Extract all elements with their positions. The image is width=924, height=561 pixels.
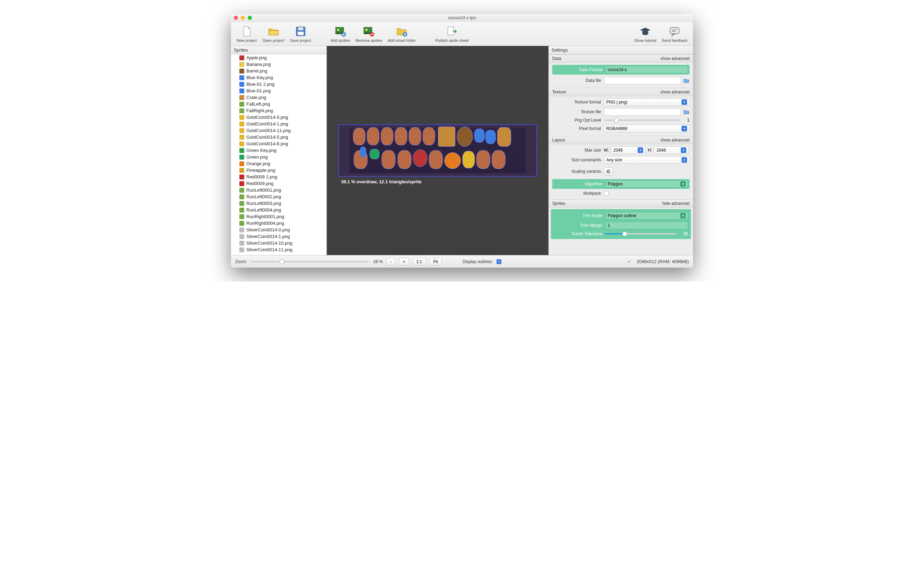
sprite-item-label: FallRight.png [246, 108, 273, 113]
sprite-list-item[interactable]: GoldCoin0014-1.png [231, 121, 327, 127]
sprite-list-item[interactable]: SilverCoin0014-10.png [231, 240, 327, 246]
sprite-list-item[interactable]: GoldCoin0014-11.png [231, 127, 327, 134]
sprite-thumb-icon [239, 208, 244, 213]
max-height-dropdown[interactable]: 2048 ▾ [654, 146, 689, 154]
multipack-checkbox[interactable] [604, 191, 609, 196]
graduation-cap-icon [639, 25, 651, 38]
sprite-list-item[interactable]: Red0009.png [231, 180, 327, 187]
sprite-list-item[interactable]: SilverCoin0014-11.png [231, 246, 327, 253]
sprite-item-label: Crate.png [246, 95, 266, 100]
layout-show-advanced-link[interactable]: show advanced [661, 138, 690, 142]
sprite-list-item[interactable]: Red0009 2.png [231, 174, 327, 180]
sprite-list-item[interactable]: RunRight0001.png [231, 213, 327, 220]
new-project-button[interactable]: New project [234, 24, 260, 44]
zoom-in-button[interactable]: + [399, 258, 409, 266]
scaling-variants-button[interactable] [604, 167, 613, 176]
sprite-list-item[interactable]: Orange.png [231, 160, 327, 167]
display-outlines-checkbox[interactable]: ✓ [496, 259, 501, 264]
sprite-list-item[interactable]: FallRight.png [231, 107, 327, 114]
sprite-item-label: Blue Key.png [246, 75, 273, 80]
data-file-browse-button[interactable] [683, 77, 690, 84]
sprite-list-item[interactable]: GoldCoin0014-6.png [231, 140, 327, 147]
sprites-hide-advanced-link[interactable]: hide advanced [662, 201, 690, 206]
sprite-item-label: RunLeft0002.png [246, 194, 281, 199]
texture-show-advanced-link[interactable]: show advanced [661, 90, 690, 94]
algorithm-dropdown[interactable]: Polygon ▾ [605, 180, 688, 188]
sprite-item-label: SilverCoin0014-1.png [246, 234, 290, 239]
sprite-list-item[interactable]: Apple.png [231, 54, 327, 61]
texture-file-input[interactable] [604, 108, 681, 116]
data-format-dropdown[interactable]: cocos2d-x [605, 66, 688, 74]
sprite-list-item[interactable]: Crate.png [231, 94, 327, 101]
sprite-list-item[interactable]: RunLeft0004.png [231, 207, 327, 213]
remove-sprites-button[interactable]: Remove sprites [352, 24, 385, 44]
sprite-item-label: Blue-01.png [246, 88, 271, 93]
sprite-list-item[interactable]: Pineapple.png [231, 167, 327, 174]
sprite-item-label: Pineapple.png [246, 168, 275, 173]
sprite-list-item[interactable]: FallLeft.png [231, 101, 327, 107]
sprite-thumb-icon [239, 161, 244, 166]
sprite-list-item[interactable]: RunRight0004.png [231, 220, 327, 226]
sprite-list-item[interactable]: Blue-01 2.png [231, 81, 327, 87]
texture-file-browse-button[interactable] [683, 109, 690, 115]
sprite-list-item[interactable]: RunLeft0002.png [231, 194, 327, 200]
sprite-item-label: Barrel.png [246, 68, 267, 74]
folder-open-icon [267, 25, 280, 38]
svg-point-7 [366, 28, 368, 31]
sprite-list-item[interactable]: Barrel.png [231, 68, 327, 74]
trim-margin-input[interactable] [605, 222, 688, 229]
sprite-list-item[interactable]: Green Key.png [231, 147, 327, 154]
sprite-list-item[interactable]: Blue-01.png [231, 87, 327, 94]
zoom-label: Zoom: [235, 259, 247, 264]
texture-format-dropdown[interactable]: PNG (.png) ▾ [604, 98, 690, 106]
titlebar: cocos2d-x.tps [231, 14, 693, 22]
svg-rect-1 [298, 27, 303, 30]
sprite-list-item[interactable]: Banana.png [231, 61, 327, 68]
sprite-list-item[interactable]: GoldCoin0014-0.png [231, 114, 327, 121]
sprite-list-item[interactable]: SilverCoin0014-0.png [231, 226, 327, 233]
toolbar: New project Open project Save project Ad… [231, 22, 693, 46]
trim-mode-dropdown[interactable]: Polygon outline ▾ [605, 212, 688, 219]
show-tutorial-button[interactable]: Show tutorial [632, 24, 659, 44]
sprite-list-item[interactable]: SilverCoin0014-1.png [231, 233, 327, 240]
sprite-list-item[interactable]: Blue Key.png [231, 74, 327, 81]
add-sprites-button[interactable]: Add sprites [328, 24, 352, 44]
sprite-item-label: RunLeft0004.png [246, 207, 281, 213]
sprite-list-item[interactable]: Green.png [231, 154, 327, 160]
publish-button[interactable]: Publish sprite sheet [432, 24, 471, 44]
sprite-thumb-icon [239, 122, 244, 126]
document-icon [240, 25, 253, 38]
zoom-slider[interactable] [250, 261, 370, 262]
send-feedback-button[interactable]: Send feedback [659, 24, 690, 44]
sprite-item-label: FallLeft.png [246, 101, 270, 106]
zoom-fit-button[interactable]: Fit [429, 258, 441, 266]
chevron-down-icon: ▾ [680, 213, 686, 219]
sprite-item-label: RunLeft0003.png [246, 201, 281, 206]
zoom-actual-button[interactable]: 1:1 [412, 258, 426, 266]
tracer-tolerance-slider[interactable] [605, 233, 676, 234]
sprite-item-label: GoldCoin0014-5.png [246, 135, 288, 140]
zoom-out-button[interactable]: - [386, 258, 396, 266]
sprite-list-item[interactable]: RunLeft0001.png [231, 187, 327, 194]
sprite-list-item[interactable]: RunLeft0003.png [231, 200, 327, 207]
pixel-format-dropdown[interactable]: RGBA8888 ▾ [604, 125, 690, 132]
add-smart-folder-button[interactable]: Add smart folder [385, 24, 419, 44]
canvas-viewport[interactable]: 38.1 % overdraw, 12.1 triangles/sprite [327, 46, 548, 255]
save-project-button[interactable]: Save project [287, 24, 314, 44]
data-file-input[interactable] [604, 76, 681, 84]
png-opt-slider[interactable] [604, 120, 681, 121]
sprites-list[interactable]: Apple.pngBanana.pngBarrel.pngBlue Key.pn… [231, 54, 327, 255]
data-section-header: Data show advanced [549, 54, 693, 63]
data-show-advanced-link[interactable]: show advanced [661, 56, 690, 61]
sprites-panel-header: Sprites [231, 46, 327, 54]
size-constraints-dropdown[interactable]: Any size ▾ [604, 156, 690, 164]
sprite-thumb-icon [239, 88, 244, 93]
chevron-down-icon: ▾ [681, 99, 687, 105]
sprite-list-item[interactable]: GoldCoin0014-5.png [231, 134, 327, 140]
sprite-thumb-icon [239, 75, 244, 80]
max-width-dropdown[interactable]: 2048 ▾ [611, 146, 646, 154]
display-outlines-label: Display outlines: [463, 259, 493, 264]
sprite-thumb-icon [239, 95, 244, 100]
open-project-button[interactable]: Open project [260, 24, 287, 44]
sprite-item-label: RunRight0001.png [246, 214, 284, 219]
